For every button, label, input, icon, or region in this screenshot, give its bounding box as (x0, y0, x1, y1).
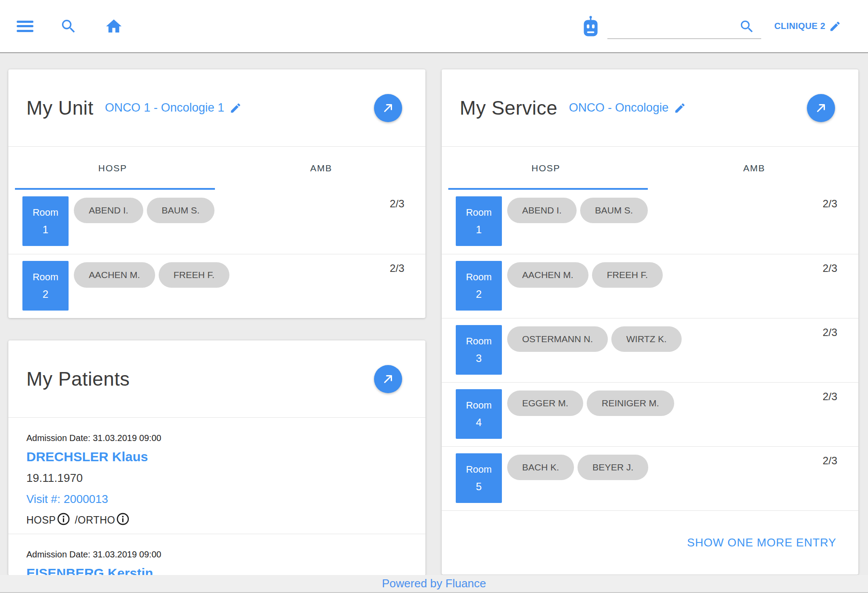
care-units-line: HOSP /ORTHO (26, 512, 407, 528)
occupancy-count: 2/3 (823, 262, 837, 275)
tab-hosp[interactable]: HOSP (8, 147, 217, 190)
occupancy-count: 2/3 (823, 198, 837, 210)
info-icon[interactable] (116, 512, 130, 526)
room-row: Room 1 ABEND I. BAUM S. 2/3 (442, 190, 858, 254)
patient-birth-date: 19.11.1970 (26, 471, 407, 485)
patient-chip[interactable]: WIRTZ K. (611, 326, 682, 352)
care-unit-label: /ORTHO (75, 514, 115, 526)
room-button[interactable]: Room 2 (456, 261, 502, 311)
patient-chip[interactable]: BAUM S. (147, 198, 214, 223)
patient-chips: ABEND I. BAUM S. (507, 198, 648, 223)
my-unit-title: My Unit (26, 97, 94, 119)
room-row: Room 5 BACH K. BEYER J. 2/3 (442, 446, 858, 510)
info-icon[interactable] (57, 512, 70, 526)
my-service-card: My Service ONCO - Oncologie HOSP AMB Roo… (442, 69, 858, 575)
home-button[interactable] (105, 17, 123, 36)
patient-chip[interactable]: BAUM S. (580, 198, 648, 223)
patient-chip[interactable]: FREEH F. (592, 262, 663, 288)
room-row: Room 1 ABEND I. BAUM S. 2/3 (8, 190, 425, 254)
occupancy-count: 2/3 (823, 455, 837, 467)
my-service-subtitle: ONCO - Oncologie (569, 101, 669, 115)
admission-date: Admission Date: 31.03.2019 09:00 (26, 433, 407, 443)
menu-button[interactable] (17, 21, 33, 32)
room-label: Room (33, 272, 58, 282)
patient-chips: EGGER M. REINIGER M. (507, 391, 674, 416)
my-unit-subtitle-link[interactable]: ONCO 1 - Oncologie 1 (105, 101, 242, 115)
footer-bar: Powered by Fluance (0, 575, 868, 593)
room-row: Room 2 AACHEN M. FREEH F. 2/3 (442, 254, 858, 318)
room-label: Room (466, 208, 492, 217)
room-number: 2 (43, 289, 48, 300)
patient-chip[interactable]: EGGER M. (507, 391, 583, 416)
occupancy-count: 2/3 (390, 198, 404, 210)
occupancy-count: 2/3 (390, 262, 404, 275)
powered-by-label: Powered by Fluance (382, 577, 486, 590)
patient-chip[interactable]: BEYER J. (577, 455, 648, 480)
my-service-subtitle-link[interactable]: ONCO - Oncologie (569, 101, 686, 115)
patient-chips: BACH K. BEYER J. (507, 455, 648, 480)
open-my-unit-button[interactable] (374, 94, 402, 122)
patient-chip[interactable]: ABEND I. (507, 198, 577, 223)
arrow-north-east-icon (381, 101, 395, 115)
edit-service-icon[interactable] (674, 102, 686, 114)
my-patients-card: My Patients Admission Date: 31.03.2019 0… (8, 340, 425, 575)
assistant-search-input[interactable] (607, 16, 735, 36)
room-button[interactable]: Room 1 (456, 196, 502, 246)
open-my-patients-button[interactable] (374, 365, 402, 393)
occupancy-count: 2/3 (823, 326, 837, 339)
patient-chip[interactable]: REINIGER M. (587, 391, 674, 416)
search-icon (60, 18, 77, 35)
room-label: Room (466, 272, 492, 282)
my-patients-title: My Patients (26, 368, 130, 390)
visit-number-link[interactable]: Visit #: 2000013 (26, 492, 407, 506)
patient-name-link[interactable]: EISENBERG Kerstin (26, 566, 407, 575)
room-row: Room 4 EGGER M. REINIGER M. 2/3 (442, 382, 858, 446)
care-unit-label: HOSP (26, 514, 56, 526)
room-number: 4 (476, 417, 482, 428)
top-toolbar: CLINIQUE 2 (0, 0, 868, 53)
patient-chip[interactable]: FREEH F. (159, 262, 229, 288)
arrow-north-east-icon (381, 372, 395, 386)
clinic-selector[interactable]: CLINIQUE 2 (774, 20, 841, 33)
show-more-row: SHOW ONE MORE ENTRY (442, 510, 858, 574)
patient-chip[interactable]: ABEND I. (74, 198, 143, 223)
search-button[interactable] (60, 18, 77, 35)
tab-amb[interactable]: AMB (217, 147, 426, 190)
patient-chips: AACHEN M. FREEH F. (74, 262, 229, 288)
home-icon (105, 17, 123, 36)
clinic-label: CLINIQUE 2 (774, 21, 825, 31)
my-unit-tabs: HOSP AMB (8, 147, 425, 190)
patient-chip[interactable]: AACHEN M. (507, 262, 588, 288)
robot-icon (580, 15, 601, 37)
assistant-search-icon[interactable] (739, 18, 755, 35)
my-unit-header: My Unit ONCO 1 - Oncologie 1 (8, 69, 425, 146)
patient-chip[interactable]: BACH K. (507, 455, 574, 480)
room-row: Room 3 OSTERMANN N. WIRTZ K. 2/3 (442, 318, 858, 382)
patient-chip[interactable]: AACHEN M. (74, 262, 155, 288)
patient-chip[interactable]: OSTERMANN N. (507, 326, 608, 352)
patient-entry: Admission Date: 31.03.2019 09:00 DRECHSL… (8, 418, 425, 534)
admission-date: Admission Date: 31.03.2019 09:00 (26, 550, 407, 560)
room-button[interactable]: Room 5 (456, 453, 502, 503)
edit-unit-icon[interactable] (229, 102, 242, 114)
patient-entry: Admission Date: 31.03.2019 09:00 EISENBE… (8, 534, 425, 575)
room-button[interactable]: Room 3 (456, 325, 502, 375)
room-button[interactable]: Room 1 (22, 196, 69, 246)
patient-chips: OSTERMANN N. WIRTZ K. (507, 326, 682, 352)
my-patients-header: My Patients (8, 340, 425, 417)
room-button[interactable]: Room 2 (22, 261, 69, 311)
assistant-button[interactable] (580, 15, 601, 37)
patient-name-link[interactable]: DRECHSLER Klaus (26, 449, 407, 464)
open-my-service-button[interactable] (807, 94, 835, 122)
my-unit-card: My Unit ONCO 1 - Oncologie 1 HOSP AMB Ro… (8, 69, 425, 318)
room-number: 5 (476, 481, 482, 492)
room-button[interactable]: Room 4 (456, 389, 502, 439)
room-number: 2 (476, 289, 482, 300)
tab-amb[interactable]: AMB (650, 147, 858, 190)
show-one-more-entry-button[interactable]: SHOW ONE MORE ENTRY (687, 536, 836, 550)
room-label: Room (33, 208, 58, 217)
edit-clinic-icon[interactable] (829, 20, 841, 33)
patient-chips: AACHEN M. FREEH F. (507, 262, 663, 288)
room-row: Room 2 AACHEN M. FREEH F. 2/3 (8, 254, 425, 318)
tab-hosp[interactable]: HOSP (442, 147, 650, 190)
